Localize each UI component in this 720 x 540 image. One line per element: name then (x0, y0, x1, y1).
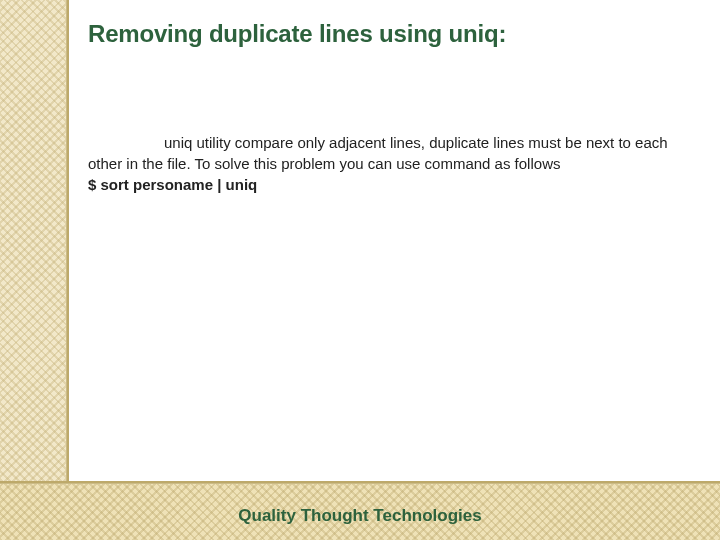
command-line: $ sort personame | uniq (88, 176, 257, 193)
body-paragraph: uniq utility compare only adjacent lines… (88, 134, 668, 172)
slide-body: uniq utility compare only adjacent lines… (88, 132, 676, 195)
slide-stage: Removing duplicate lines using uniq: uni… (0, 0, 720, 540)
footer-branding: Quality Thought Technologies (0, 506, 720, 526)
slide-title: Removing duplicate lines using uniq: (88, 20, 700, 48)
left-texture-strip (0, 0, 67, 540)
